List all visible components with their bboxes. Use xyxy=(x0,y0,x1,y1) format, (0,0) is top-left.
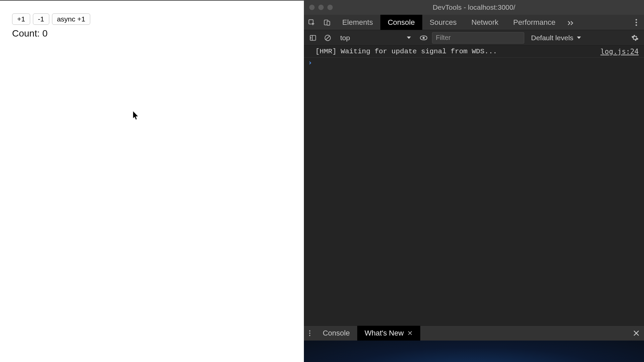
decrement-button[interactable]: -1 xyxy=(33,13,49,25)
drawer-body xyxy=(304,341,644,362)
count-label-text: Count: xyxy=(12,28,42,39)
chevron-down-icon xyxy=(577,36,581,40)
traffic-close-icon[interactable] xyxy=(309,5,315,10)
clear-console-icon[interactable] xyxy=(321,32,334,44)
app-pane: +1 -1 async +1 Count: 0 xyxy=(0,0,304,362)
svg-point-11 xyxy=(309,330,310,332)
svg-point-4 xyxy=(636,21,637,23)
console-log-row[interactable]: [HMR] Waiting for update signal from WDS… xyxy=(304,46,644,58)
svg-rect-2 xyxy=(327,21,330,25)
device-toolbar-icon[interactable] xyxy=(319,15,335,30)
console-toolbar: top Default levels xyxy=(304,30,644,46)
tab-performance[interactable]: Performance xyxy=(506,15,563,30)
console-log-message: [HMR] Waiting for update signal from WDS… xyxy=(315,48,600,55)
drawer-menu-icon[interactable] xyxy=(304,326,315,341)
svg-point-13 xyxy=(309,335,310,336)
svg-line-9 xyxy=(326,36,330,40)
devtools-tabstrip: Elements Console Sources Network Perform… xyxy=(304,15,644,30)
devtools-menu-icon[interactable] xyxy=(629,15,644,30)
increment-button[interactable]: +1 xyxy=(12,13,30,25)
more-tabs-icon[interactable] xyxy=(563,15,578,30)
drawer-tab-whats-new-label: What's New xyxy=(365,329,404,338)
count-display: Count: 0 xyxy=(12,28,292,39)
tab-sources[interactable]: Sources xyxy=(422,15,464,30)
console-sidebar-toggle-icon[interactable] xyxy=(307,32,319,44)
devtools-window: DevTools - localhost:3000/ Elements Cons… xyxy=(304,0,644,362)
window-traffic-lights xyxy=(309,5,333,10)
tab-elements[interactable]: Elements xyxy=(335,15,380,30)
svg-point-10 xyxy=(423,37,425,39)
execution-context-value: top xyxy=(340,34,350,42)
svg-point-5 xyxy=(636,24,637,26)
drawer-close-icon[interactable] xyxy=(629,326,644,341)
tab-console[interactable]: Console xyxy=(380,15,422,30)
drawer-tab-console[interactable]: Console xyxy=(315,326,357,341)
console-filter-input[interactable] xyxy=(432,32,524,44)
svg-point-12 xyxy=(309,333,310,334)
devtools-drawer: Console What's New ✕ xyxy=(304,325,644,362)
count-value: 0 xyxy=(42,28,48,39)
traffic-zoom-icon[interactable] xyxy=(327,5,333,10)
prompt-caret-icon: › xyxy=(308,59,312,67)
inspect-element-icon[interactable] xyxy=(304,15,319,30)
live-expression-icon[interactable] xyxy=(417,32,430,44)
log-levels-select[interactable]: Default levels xyxy=(526,34,586,42)
drawer-tab-whats-new[interactable]: What's New ✕ xyxy=(357,326,420,341)
counter-button-row: +1 -1 async +1 xyxy=(12,13,292,25)
mouse-cursor-icon xyxy=(133,111,139,120)
tab-network[interactable]: Network xyxy=(464,15,506,30)
execution-context-select[interactable]: top xyxy=(336,32,415,44)
console-settings-icon[interactable] xyxy=(629,32,641,44)
devtools-titlebar[interactable]: DevTools - localhost:3000/ xyxy=(304,0,644,15)
console-log-source-link[interactable]: log.js:24 xyxy=(600,48,639,56)
svg-point-3 xyxy=(636,19,637,20)
chevron-down-icon xyxy=(407,36,411,40)
traffic-minimize-icon[interactable] xyxy=(318,5,324,10)
log-levels-label: Default levels xyxy=(531,34,573,42)
console-prompt[interactable]: › xyxy=(304,58,644,68)
drawer-tabstrip: Console What's New ✕ xyxy=(304,326,644,341)
close-icon[interactable]: ✕ xyxy=(407,329,413,337)
devtools-title: DevTools - localhost:3000/ xyxy=(304,3,644,11)
console-body[interactable]: [HMR] Waiting for update signal from WDS… xyxy=(304,46,644,325)
async-increment-button[interactable]: async +1 xyxy=(52,13,91,25)
